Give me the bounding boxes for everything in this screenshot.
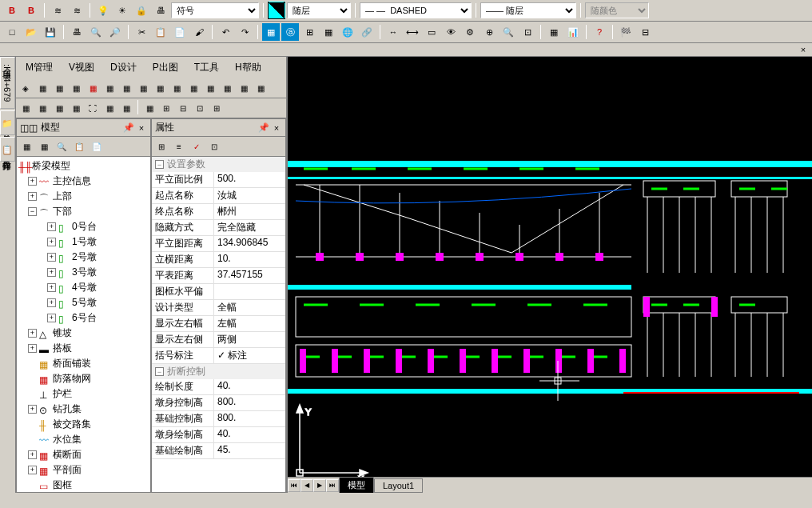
- mini-b6[interactable]: ▦: [102, 100, 117, 116]
- prop-tool-4[interactable]: ⊡: [206, 138, 222, 154]
- tree-profile[interactable]: +▦平剖面: [18, 462, 149, 478]
- tree-pier3[interactable]: +▯3号墩: [18, 265, 149, 280]
- tab-model[interactable]: 模型: [339, 477, 374, 493]
- new-icon[interactable]: □: [3, 23, 21, 41]
- tree-pier1[interactable]: +▯1号墩: [18, 234, 149, 250]
- mini-b4[interactable]: ▦: [68, 100, 84, 116]
- tree-pavement[interactable]: ▦桥面铺装: [18, 356, 149, 371]
- tree-fence[interactable]: ▦防落物网: [18, 371, 149, 386]
- table-icon[interactable]: ▦: [545, 23, 563, 41]
- prop-row[interactable]: 平表距离37.457155: [152, 268, 285, 284]
- prop-tool-2[interactable]: ≡: [171, 138, 187, 154]
- tab-prev-icon[interactable]: ◀: [301, 479, 313, 492]
- grid-icon[interactable]: ⊟: [636, 23, 654, 41]
- color-swatch[interactable]: [268, 2, 285, 19]
- menu-tools[interactable]: T工具: [191, 59, 222, 76]
- menu-manage[interactable]: M管理: [22, 59, 56, 76]
- gear-icon[interactable]: ⚙: [461, 23, 479, 41]
- zoom-in-icon[interactable]: ⊕: [480, 23, 498, 41]
- layer-combo-2[interactable]: —— 随层: [480, 2, 576, 18]
- redo-icon[interactable]: ↷: [236, 23, 253, 41]
- prop-row[interactable]: 基础绘制高45.: [152, 443, 285, 459]
- chart-icon[interactable]: 📊: [564, 23, 582, 41]
- mini-11[interactable]: ▦: [185, 80, 201, 96]
- mini-15[interactable]: ▦: [253, 80, 269, 96]
- mini-b3[interactable]: ▦: [51, 100, 67, 116]
- mini-12[interactable]: ▦: [202, 80, 218, 96]
- app-icon-4[interactable]: ▦: [320, 23, 337, 41]
- mini-6[interactable]: ▦: [102, 80, 117, 96]
- model-tree[interactable]: ╫╫桥梁模型 +〰主控信息 +⌒上部 −⌒下部 +▯0号台 +▯1号墩 +▯2号…: [17, 157, 150, 492]
- mini-b10[interactable]: ⊟: [175, 100, 191, 116]
- mini-b1[interactable]: ▦: [18, 100, 34, 116]
- app-icon-3[interactable]: ⊞: [301, 23, 318, 41]
- prop-row[interactable]: 显示左右幅左幅: [152, 316, 285, 332]
- drawing-canvas[interactable]: Y X ⏮ ◀ ▶ ⏭ 模型 Layout1: [288, 57, 812, 493]
- tool-btn-3[interactable]: ≋: [49, 2, 66, 19]
- prop-row[interactable]: 基础控制高800.: [152, 411, 285, 427]
- globe-icon[interactable]: 🌐: [339, 23, 356, 41]
- mini-b12[interactable]: ⊞: [209, 100, 225, 116]
- tree-lower[interactable]: −⌒下部: [18, 204, 149, 219]
- mini-b9[interactable]: ⊞: [158, 100, 174, 116]
- sun-icon[interactable]: ☀: [113, 2, 131, 19]
- prop-row[interactable]: 隐藏方式完全隐藏: [152, 220, 285, 236]
- tab-layout1[interactable]: Layout1: [374, 478, 423, 493]
- eye-icon[interactable]: 👁: [442, 23, 460, 41]
- symbol-combo[interactable]: 符号: [171, 2, 259, 18]
- tree-water[interactable]: 〰水位集: [18, 432, 149, 447]
- tree-guardrail[interactable]: ⊥护栏: [18, 386, 149, 402]
- tree-pier2[interactable]: +▯2号墩: [18, 250, 149, 265]
- open-icon[interactable]: 📂: [22, 23, 40, 41]
- prop-row[interactable]: 墩身绘制高40.: [152, 427, 285, 443]
- prop-row[interactable]: 设计类型全幅: [152, 300, 285, 316]
- tree-frame[interactable]: ▭图框: [18, 478, 149, 492]
- prop-group-1[interactable]: −设置参数: [152, 157, 285, 172]
- prop-row[interactable]: 立横距离10.: [152, 252, 285, 268]
- tree-close-icon[interactable]: ×: [136, 122, 147, 134]
- side-tab-guide[interactable]: 📋操作向导: [0, 137, 15, 162]
- prop-row[interactable]: 平立面比例500.: [152, 172, 285, 188]
- tree-upper[interactable]: +⌒上部: [18, 189, 149, 204]
- tree-master[interactable]: +〰主控信息: [18, 174, 149, 189]
- undo-icon[interactable]: ↶: [217, 23, 234, 41]
- side-tab-project[interactable]: 项目:K44+679: [0, 57, 15, 109]
- app-icon-1[interactable]: ▦: [262, 23, 280, 41]
- copy-icon[interactable]: 📋: [152, 23, 169, 41]
- save-icon[interactable]: 💾: [42, 23, 59, 41]
- mini-b5[interactable]: ⛶: [85, 100, 101, 116]
- tab-first-icon[interactable]: ⏮: [288, 479, 301, 492]
- mini-10[interactable]: ▦: [169, 80, 185, 96]
- linetype-combo[interactable]: — — DASHED: [360, 2, 472, 18]
- help-icon[interactable]: ?: [591, 23, 608, 41]
- property-grid[interactable]: −设置参数 平立面比例500.起点名称汝城终点名称郴州隐藏方式完全隐藏平立图距离…: [152, 157, 285, 492]
- tree-cone[interactable]: +△锥坡: [18, 326, 149, 341]
- mini-b2[interactable]: ▦: [34, 100, 50, 116]
- prop-group-2[interactable]: −折断控制: [152, 364, 285, 379]
- prop-row[interactable]: 终点名称郴州: [152, 204, 285, 220]
- mini-5[interactable]: ▦: [85, 80, 101, 96]
- tool-btn-2[interactable]: B: [22, 2, 40, 19]
- cut-icon[interactable]: ✂: [133, 23, 150, 41]
- tree-abutment6[interactable]: +▯6号台: [18, 310, 149, 326]
- measure-icon-1[interactable]: ↔: [384, 23, 402, 41]
- prop-row[interactable]: 平立图距离134.906845: [152, 236, 285, 252]
- preview-icon[interactable]: 🔍: [87, 23, 105, 41]
- menu-output[interactable]: P出图: [149, 59, 181, 76]
- mini-14[interactable]: ▦: [236, 80, 252, 96]
- flag-icon[interactable]: 🏁: [617, 23, 635, 41]
- tab-last-icon[interactable]: ⏭: [326, 479, 339, 492]
- mini-13[interactable]: ▦: [219, 80, 235, 96]
- prop-tool-1[interactable]: ⊞: [153, 138, 169, 154]
- prop-row[interactable]: 括号标注✓ 标注: [152, 348, 285, 364]
- zoom-out-icon[interactable]: 🔍: [500, 23, 517, 41]
- brush-icon[interactable]: 🖌: [190, 23, 208, 41]
- side-tab-files[interactable]: 📁我的文件夹: [0, 110, 15, 135]
- fit-icon[interactable]: ⊡: [519, 23, 536, 41]
- tool-btn-1[interactable]: B: [3, 2, 21, 19]
- mini-9[interactable]: ▦: [152, 80, 168, 96]
- mini-1[interactable]: ◈: [18, 80, 34, 96]
- tree-tool-5[interactable]: 📄: [89, 138, 105, 154]
- panel-close-icon[interactable]: ×: [798, 44, 809, 55]
- bulb-icon[interactable]: 💡: [94, 2, 112, 19]
